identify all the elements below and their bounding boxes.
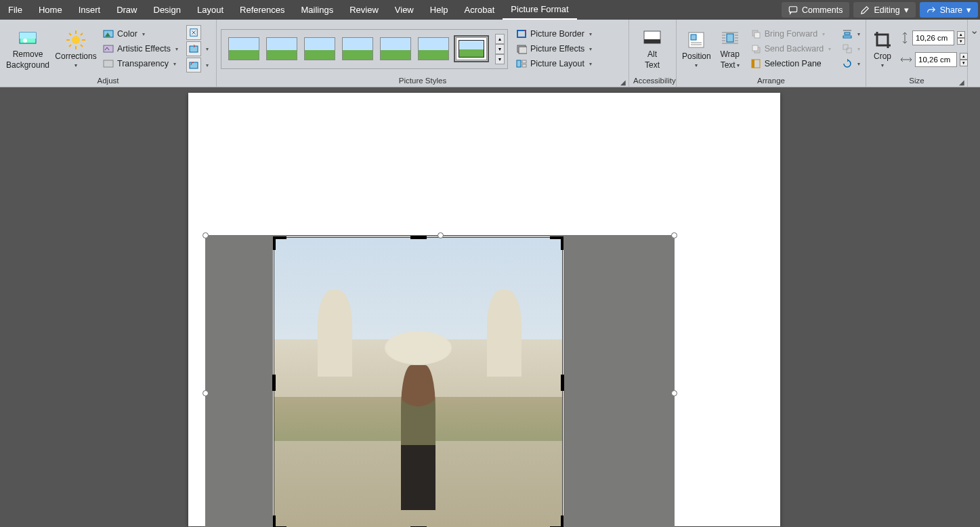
style-thumb-3[interactable] (304, 37, 335, 60)
color-label: Color (117, 29, 137, 39)
collapse-ribbon-button[interactable]: ⌄ (968, 20, 980, 87)
rotate-button[interactable]: ▾ (839, 57, 863, 70)
styles-dialog-launcher[interactable]: ◢ (620, 79, 626, 86)
gallery-more-button[interactable]: ▾ (495, 54, 505, 64)
crop-handle-bl[interactable] (273, 515, 286, 527)
tab-help[interactable]: Help (422, 0, 456, 20)
transparency-button[interactable]: Transparency▾ (100, 57, 181, 70)
chevron-down-icon: ▾ (175, 46, 178, 52)
style-thumb-5[interactable] (380, 37, 411, 60)
width-input[interactable]: 10,26 cm (915, 52, 957, 67)
tab-picture-format[interactable]: Picture Format (503, 0, 576, 20)
crop-handle-left[interactable] (272, 375, 276, 391)
crop-handle-tr[interactable] (550, 236, 563, 250)
editing-mode-button[interactable]: Editing ▾ (853, 2, 915, 18)
chevron-down-icon: ▾ (904, 5, 909, 15)
position-button[interactable]: Position ▾ (681, 26, 712, 72)
svg-rect-46 (752, 45, 758, 51)
tab-design[interactable]: Design (146, 0, 189, 20)
align-icon (842, 28, 853, 39)
selection-handle-t[interactable] (438, 232, 444, 238)
share-button[interactable]: Share ▾ (920, 2, 978, 18)
style-thumb-2[interactable] (266, 37, 297, 60)
tab-layout[interactable]: Layout (189, 0, 232, 20)
height-input[interactable]: 10,26 cm (912, 30, 954, 45)
selected-image[interactable] (205, 235, 675, 527)
svg-rect-25 (517, 60, 521, 67)
crop-icon (872, 29, 893, 51)
compress-pictures-button[interactable] (186, 25, 201, 40)
selection-handle-l[interactable] (203, 390, 209, 396)
size-dialog-launcher[interactable]: ◢ (959, 79, 964, 86)
width-up-button[interactable]: ▴ (960, 53, 968, 60)
style-thumb-7[interactable] (456, 37, 487, 60)
picture-layout-button[interactable]: Picture Layout▾ (513, 57, 595, 70)
gallery-down-button[interactable]: ▾ (495, 44, 505, 54)
crop-handle-top[interactable] (410, 236, 427, 239)
chevron-down-icon: ▾ (737, 62, 740, 68)
align-button[interactable]: ▾ (839, 27, 863, 41)
gallery-up-button[interactable]: ▴ (495, 34, 505, 44)
group-arrange: Position ▾ Wrap Text▾ Bring Forward▾ Sen… (677, 20, 866, 87)
svg-rect-21 (190, 62, 198, 68)
crop-handle-tl[interactable] (273, 236, 286, 250)
tab-home[interactable]: Home (30, 0, 70, 20)
height-up-button[interactable]: ▴ (957, 31, 965, 38)
tab-acrobat[interactable]: Acrobat (456, 0, 503, 20)
change-picture-button[interactable]: ▾ (186, 41, 209, 56)
chevron-down-icon: ▾ (74, 62, 77, 68)
reset-picture-button[interactable]: ▾ (186, 58, 209, 72)
transparency-icon (103, 58, 114, 69)
width-control: 10,26 cm ▴▾ (900, 52, 968, 67)
alt-text-button[interactable]: Alt Text (633, 24, 671, 73)
style-thumb-4[interactable] (342, 37, 373, 60)
height-down-button[interactable]: ▾ (957, 38, 965, 45)
style-thumb-6[interactable] (418, 37, 449, 60)
picture-effects-button[interactable]: Picture Effects▾ (513, 42, 595, 56)
crop-button[interactable]: Crop ▾ (870, 26, 895, 72)
crop-handle-br[interactable] (550, 515, 563, 527)
chevron-down-icon: ▾ (857, 46, 860, 52)
comments-button[interactable]: Comments (782, 2, 849, 18)
artistic-effects-button[interactable]: Artistic Effects▾ (100, 42, 181, 56)
chevron-down-icon: ▾ (695, 62, 698, 68)
tab-insert[interactable]: Insert (70, 0, 109, 20)
group-picture-styles: ▴ ▾ ▾ Picture Border▾ Picture Effects▾ P… (217, 20, 629, 87)
tab-file[interactable]: File (0, 0, 30, 20)
svg-line-10 (81, 45, 83, 47)
color-button[interactable]: Color▾ (100, 27, 181, 41)
chevron-down-icon: ▾ (857, 31, 860, 37)
svg-rect-29 (644, 39, 660, 43)
chevron-down-icon: ▾ (589, 31, 592, 37)
corrections-button[interactable]: Corrections ▾ (57, 26, 95, 72)
selection-pane-button[interactable]: Selection Pane (748, 57, 834, 70)
svg-point-4 (72, 36, 80, 44)
image-crop-region[interactable] (274, 237, 563, 527)
tab-review[interactable]: Review (341, 0, 387, 20)
tab-mailings[interactable]: Mailings (293, 0, 342, 20)
tab-view[interactable]: View (387, 0, 422, 20)
style-thumb-1[interactable] (228, 37, 259, 60)
remove-background-button[interactable]: Remove Background (4, 24, 51, 73)
comment-icon (788, 5, 798, 15)
crop-handle-right[interactable] (561, 375, 564, 391)
compress-icon (189, 28, 198, 37)
wrap-text-icon (719, 27, 741, 49)
wrap-text-button[interactable]: Wrap Text▾ (718, 24, 742, 73)
chevron-down-icon: ▾ (206, 46, 209, 52)
remove-bg-line2: Background (6, 61, 49, 70)
selection-handle-tl[interactable] (203, 232, 209, 238)
selection-handle-r[interactable] (671, 390, 677, 396)
bring-forward-button: Bring Forward▾ (748, 27, 834, 41)
crop-label: Crop (874, 52, 891, 62)
group-label-adjust: Adjust (4, 77, 212, 86)
group-icon (842, 43, 853, 54)
tab-references[interactable]: References (232, 0, 293, 20)
svg-rect-26 (522, 60, 526, 63)
chevron-down-icon: ▾ (966, 5, 971, 15)
tab-draw[interactable]: Draw (108, 0, 145, 20)
svg-rect-34 (727, 34, 733, 42)
picture-border-button[interactable]: Picture Border▾ (513, 27, 595, 41)
selection-handle-tr[interactable] (671, 232, 677, 238)
width-down-button[interactable]: ▾ (960, 60, 968, 66)
